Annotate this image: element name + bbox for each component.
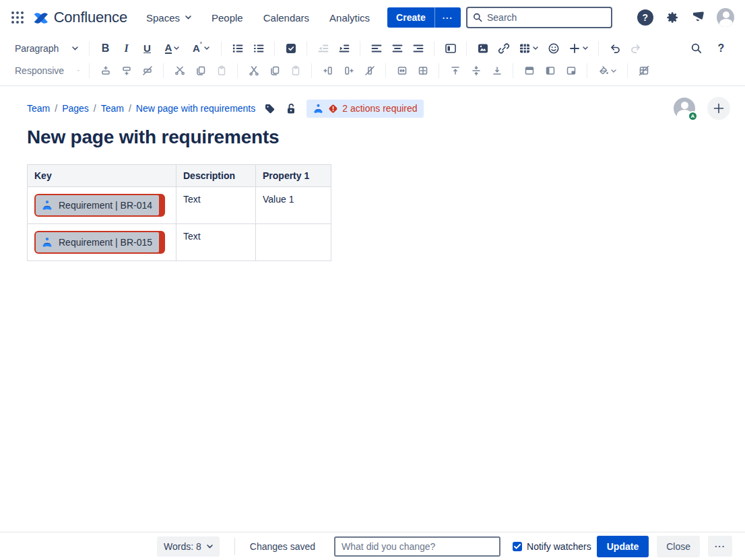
toolbar-separator xyxy=(89,63,90,78)
notify-watchers-toggle[interactable]: Notify watchers xyxy=(513,541,591,552)
help-button[interactable]: ? xyxy=(637,9,654,26)
breadcrumb-team-2[interactable]: Team xyxy=(101,103,124,114)
description-cell[interactable]: Text xyxy=(176,224,256,261)
nav-item-calendars[interactable]: Calendars xyxy=(263,12,309,24)
requirement-key-label: Requirement | BR-014 xyxy=(59,200,152,211)
update-button[interactable]: Update xyxy=(597,536,649,557)
emoji-button[interactable] xyxy=(545,40,562,57)
create-button[interactable]: Create xyxy=(387,7,434,28)
property1-cell[interactable] xyxy=(256,224,331,261)
notifications-button[interactable] xyxy=(690,9,707,26)
numbered-list-button[interactable] xyxy=(250,40,267,57)
align-cell-bottom-button[interactable] xyxy=(488,62,506,79)
create-more-button[interactable]: ··· xyxy=(434,7,461,28)
bullet-list-button[interactable] xyxy=(229,40,247,57)
paragraph-style-dropdown[interactable]: Paragraph xyxy=(13,40,84,57)
paste-row-button[interactable] xyxy=(213,62,230,79)
align-cell-middle-button[interactable] xyxy=(467,62,485,79)
toolbar-separator xyxy=(627,63,628,78)
insert-link-button[interactable] xyxy=(495,40,513,57)
key-cell[interactable]: Requirement | BR-015 xyxy=(28,224,176,261)
text-color-button[interactable]: A xyxy=(160,40,185,57)
profile-button[interactable] xyxy=(717,9,734,26)
bold-button[interactable]: B xyxy=(97,40,115,57)
global-search[interactable] xyxy=(466,7,612,28)
table-row: Requirement | BR-015 Text xyxy=(28,224,331,261)
align-right-button[interactable] xyxy=(410,40,427,57)
requirement-macro-br-014[interactable]: Requirement | BR-014 xyxy=(34,194,165,217)
requirements-status-badge[interactable]: 2 actions required xyxy=(306,100,423,118)
nav-item-analytics[interactable]: Analytics xyxy=(329,12,370,24)
page-layout-button[interactable] xyxy=(442,40,459,57)
undo-button[interactable] xyxy=(606,40,624,57)
align-cell-middle-icon xyxy=(471,65,482,76)
description-cell[interactable]: Text xyxy=(176,187,256,224)
header-cell-button[interactable] xyxy=(562,62,580,79)
collaborator-avatar[interactable]: A xyxy=(674,98,695,119)
copy-button[interactable] xyxy=(266,62,284,79)
confluence-logo[interactable]: Confluence xyxy=(32,9,127,26)
close-button[interactable]: Close xyxy=(657,536,700,557)
requirement-macro-br-015[interactable]: Requirement | BR-015 xyxy=(34,231,165,254)
notifications-icon xyxy=(691,10,706,25)
italic-button[interactable]: I xyxy=(118,40,135,57)
underline-button[interactable]: U xyxy=(139,40,156,57)
split-cells-button[interactable] xyxy=(414,62,432,79)
copy-row-button[interactable] xyxy=(192,62,209,79)
app-switcher-icon[interactable] xyxy=(8,8,27,27)
align-center-button[interactable] xyxy=(389,40,406,57)
word-count-dropdown[interactable]: Words: 8 xyxy=(157,536,220,557)
restrictions-button[interactable] xyxy=(284,101,298,116)
task-list-button[interactable] xyxy=(282,40,300,57)
nav-item-people[interactable]: People xyxy=(212,12,243,24)
indent-button[interactable] xyxy=(335,40,353,57)
add-row-above-button[interactable] xyxy=(97,62,115,79)
outdent-button[interactable] xyxy=(315,40,332,57)
redo-button[interactable] xyxy=(627,40,645,57)
settings-button[interactable] xyxy=(663,9,681,26)
align-cell-top-button[interactable] xyxy=(447,62,464,79)
add-row-below-button[interactable] xyxy=(118,62,135,79)
toolbar-separator xyxy=(598,41,599,56)
notify-watchers-label: Notify watchers xyxy=(527,541,591,552)
version-comment-input[interactable] xyxy=(334,536,500,557)
insert-table-button[interactable] xyxy=(516,40,542,57)
add-column-right-button[interactable] xyxy=(340,62,358,79)
search-input[interactable] xyxy=(487,12,606,23)
insert-image-button[interactable] xyxy=(474,40,492,57)
breadcrumb-current-page[interactable]: New page with requirements xyxy=(136,103,255,114)
breadcrumb-team[interactable]: Team xyxy=(27,103,50,114)
editor-content[interactable]: Team / Pages / Team / New page with requ… xyxy=(0,86,745,261)
footer-more-button[interactable]: ··· xyxy=(708,536,732,557)
header-column-button[interactable] xyxy=(542,62,559,79)
requirements-table[interactable]: Key Description Property 1 xyxy=(27,164,331,261)
header-row-button[interactable] xyxy=(521,62,538,79)
key-cell[interactable]: Requirement | BR-014 xyxy=(28,187,176,224)
column-header-property1[interactable]: Property 1 xyxy=(256,165,331,187)
merge-cells-button[interactable] xyxy=(393,62,411,79)
editor-help-button[interactable]: ? xyxy=(713,40,730,57)
paste-button[interactable] xyxy=(287,62,304,79)
cell-fill-color-button[interactable] xyxy=(595,62,620,79)
insert-more-button[interactable] xyxy=(566,40,591,57)
page-title[interactable]: New page with requirements xyxy=(27,127,732,148)
cut-button[interactable] xyxy=(245,62,263,79)
delete-row-button[interactable] xyxy=(139,62,156,79)
remove-table-button[interactable] xyxy=(635,62,653,79)
add-column-left-button[interactable] xyxy=(319,62,337,79)
property1-cell[interactable]: Value 1 xyxy=(256,187,331,224)
align-left-button[interactable] xyxy=(368,40,385,57)
toolbar-separator xyxy=(434,41,434,56)
cut-row-button[interactable] xyxy=(171,62,189,79)
column-header-description[interactable]: Description xyxy=(176,165,256,187)
delete-column-button[interactable] xyxy=(361,62,379,79)
labels-button[interactable] xyxy=(262,101,277,116)
text-styles-button[interactable]: A° xyxy=(189,40,214,57)
invite-button[interactable] xyxy=(707,97,730,120)
column-header-key[interactable]: Key xyxy=(28,165,176,187)
nav-item-spaces[interactable]: Spaces xyxy=(146,12,191,24)
breadcrumb-pages[interactable]: Pages xyxy=(62,103,89,114)
find-replace-button[interactable] xyxy=(688,40,705,57)
find-icon xyxy=(690,42,703,55)
table-mode-dropdown[interactable]: Responsive xyxy=(13,63,84,79)
